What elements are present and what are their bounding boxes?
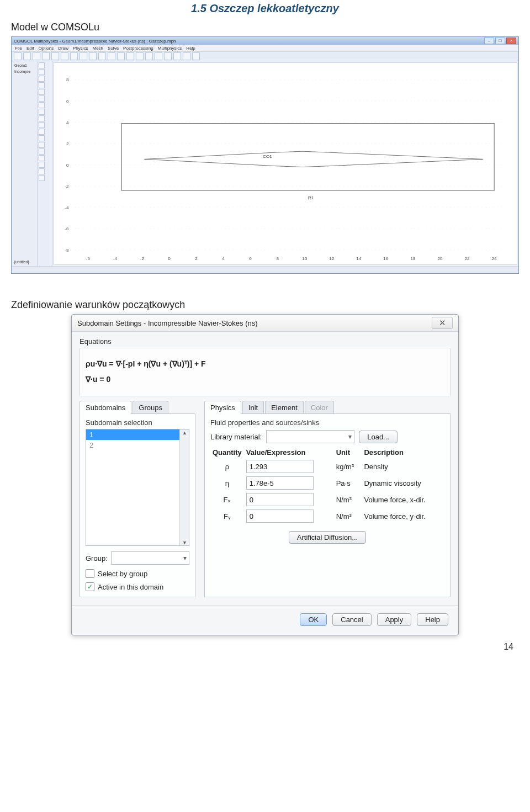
tree-node[interactable]: Geom1	[13, 63, 35, 68]
menu-item[interactable]: Mesh	[93, 46, 104, 51]
qty-symbol: η	[210, 475, 244, 491]
active-in-domain-checkbox[interactable]: ✓	[86, 582, 94, 591]
tab-groups[interactable]: Groups	[132, 401, 168, 414]
load-button[interactable]: Load...	[359, 431, 398, 443]
toolbar-button[interactable]	[98, 52, 106, 60]
library-material-select[interactable]: ▾	[266, 430, 354, 443]
select-by-group-checkbox[interactable]	[86, 569, 94, 578]
tab-init[interactable]: Init	[242, 401, 264, 414]
draw-tool[interactable]	[39, 129, 45, 135]
density-input[interactable]: 1.293	[246, 460, 314, 473]
select-by-group-label: Select by group	[98, 570, 147, 578]
toolbar-button[interactable]	[183, 52, 190, 60]
svg-text:18: 18	[410, 256, 416, 261]
draw-tool[interactable]	[39, 155, 45, 161]
draw-tool[interactable]	[39, 62, 45, 68]
fluid-properties-label: Fluid properties and sources/sinks	[210, 418, 444, 427]
page-number: 14	[504, 642, 513, 652]
draw-tool[interactable]	[39, 135, 45, 141]
dialog-close-button[interactable]: ✕	[432, 317, 453, 329]
toolbar-button[interactable]	[145, 52, 153, 60]
group-select[interactable]: ▾	[111, 551, 189, 565]
equation-2: ∇·u = 0	[86, 375, 110, 384]
close-button[interactable]: ×	[506, 38, 516, 44]
viscosity-input[interactable]: 1.78e-5	[246, 476, 314, 490]
menu-item[interactable]: Multiphysics	[158, 46, 182, 51]
toolbar-button[interactable]	[126, 52, 134, 60]
menu-item[interactable]: Edit	[26, 46, 34, 51]
list-item[interactable]: 1	[86, 429, 189, 440]
ok-button[interactable]: OK	[300, 613, 327, 626]
qty-desc: Volume force, y-dir.	[362, 508, 444, 524]
scroll-up-icon[interactable]: ▴	[180, 429, 189, 436]
toolbar-button[interactable]	[51, 52, 59, 60]
toolbar-button[interactable]	[80, 52, 87, 60]
svg-text:-2: -2	[65, 184, 69, 189]
tab-subdomains[interactable]: Subdomains	[80, 401, 131, 414]
help-button[interactable]: Help	[417, 613, 448, 626]
artificial-diffusion-button[interactable]: Artificial Diffusion...	[289, 531, 366, 544]
tab-physics[interactable]: Physics	[204, 401, 241, 414]
menu-item[interactable]: File	[15, 46, 22, 51]
fx-input[interactable]: 0	[246, 493, 314, 506]
draw-tool[interactable]	[39, 122, 45, 128]
model-tree[interactable]: Geom1 Incompre [untitled]	[12, 61, 38, 266]
toolbar-button[interactable]	[14, 52, 22, 60]
toolbar-button[interactable]	[117, 52, 125, 60]
toolbar-button[interactable]	[89, 52, 97, 60]
menu-item[interactable]: Physics	[73, 46, 88, 51]
svg-text:-2: -2	[140, 256, 145, 261]
toolbar-button[interactable]	[136, 52, 144, 60]
tree-node-untitled[interactable]: [untitled]	[13, 259, 35, 264]
svg-text:2: 2	[195, 256, 198, 261]
toolbar-button[interactable]	[164, 52, 172, 60]
maximize-button[interactable]: □	[495, 38, 505, 44]
qty-symbol: ρ	[210, 458, 244, 475]
tab-color: Color	[305, 401, 334, 414]
col-value: Value/Expression	[244, 447, 334, 458]
toolbar-button[interactable]	[155, 52, 162, 60]
draw-tool[interactable]	[39, 168, 45, 174]
draw-tool[interactable]	[39, 82, 45, 88]
draw-tool[interactable]	[39, 95, 45, 102]
svg-text:8: 8	[66, 77, 69, 82]
list-item[interactable]: 2	[86, 440, 189, 450]
toolbar-button[interactable]	[108, 52, 115, 60]
subdomain-listbox[interactable]: 1 2 ▴ ▾	[86, 429, 189, 546]
scroll-down-icon[interactable]: ▾	[180, 539, 189, 545]
toolbar-button[interactable]	[23, 52, 31, 60]
fy-input[interactable]: 0	[246, 510, 314, 523]
cancel-button[interactable]: Cancel	[332, 613, 371, 626]
toolbar-button[interactable]	[42, 52, 50, 60]
toolbar-button[interactable]	[70, 52, 78, 60]
draw-tool[interactable]	[39, 115, 45, 121]
group-label: Group:	[86, 554, 108, 562]
menu-item[interactable]: Postprocessing	[123, 46, 153, 51]
draw-tool[interactable]	[39, 162, 45, 168]
draw-tool[interactable]	[39, 89, 45, 95]
properties-table: Quantity Value/Expression Unit Descripti…	[210, 447, 444, 524]
toolbar-button[interactable]	[192, 52, 200, 60]
toolbar-button[interactable]	[33, 52, 40, 60]
menu-item[interactable]: Solve	[108, 46, 119, 51]
draw-tool[interactable]	[39, 142, 45, 148]
toolbar-button[interactable]	[173, 52, 181, 60]
geometry-canvas[interactable]: CO1 R1 8 6 4 2 0 -2 -4 -6 -8	[54, 62, 517, 265]
tab-element[interactable]: Element	[265, 401, 304, 414]
menu-item[interactable]: Options	[39, 46, 54, 51]
toolbar-button[interactable]	[61, 52, 68, 60]
draw-tool[interactable]	[39, 148, 45, 155]
draw-tool[interactable]	[39, 102, 45, 108]
tree-node[interactable]: Incompre	[13, 69, 35, 74]
svg-text:10: 10	[302, 256, 308, 261]
menu-item[interactable]: Draw	[58, 46, 68, 51]
draw-tool[interactable]	[39, 69, 45, 75]
menu-item[interactable]: Help	[186, 46, 195, 51]
window-titlebar: COMSOL Multiphysics - Geom1/Incompressib…	[12, 37, 518, 45]
qty-unit: Pa·s	[334, 475, 362, 491]
draw-tool[interactable]	[39, 76, 45, 82]
apply-button[interactable]: Apply	[377, 613, 412, 626]
draw-tool[interactable]	[39, 109, 45, 115]
draw-tool[interactable]	[39, 175, 45, 181]
minimize-button[interactable]: –	[484, 38, 494, 44]
